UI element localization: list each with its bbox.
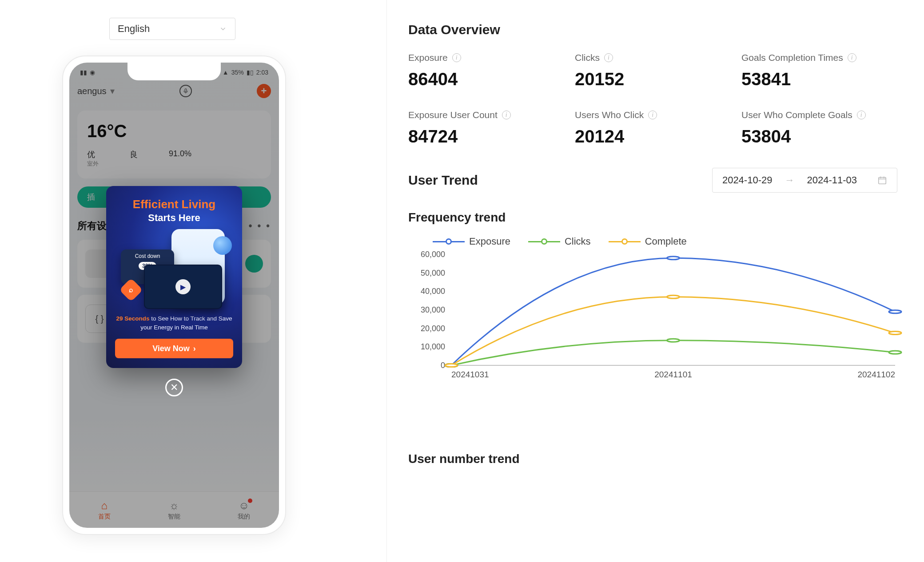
info-icon[interactable]: i — [604, 53, 613, 62]
svg-point-10 — [667, 295, 680, 298]
ytick: 60,000 — [410, 250, 445, 259]
info-icon[interactable]: i — [502, 111, 511, 119]
tile-label: Cost down — [124, 253, 171, 259]
language-select[interactable]: English — [109, 18, 235, 40]
arrow-right-icon: → — [785, 174, 794, 186]
date-end: 2024-11-03 — [807, 174, 857, 186]
battery-text: 35% — [231, 69, 244, 76]
legend-item-complete[interactable]: Complete — [609, 236, 687, 247]
chevron-right-icon: › — [193, 344, 196, 353]
metric-value: 53841 — [741, 69, 897, 89]
close-icon[interactable]: ✕ — [165, 379, 183, 396]
metric-value: 20124 — [575, 127, 731, 146]
banner-cta-button[interactable]: View Now › — [115, 339, 233, 358]
section-title-user-number: User number trend — [408, 452, 897, 466]
svg-point-7 — [667, 339, 680, 342]
metric-label: Exposure — [408, 52, 448, 63]
wifi-icon: ◉ — [90, 69, 95, 76]
calendar-icon — [877, 175, 887, 185]
banner-title-1: Efficient Living — [115, 198, 233, 211]
metric-value: 20152 — [575, 69, 731, 89]
banner-subtitle: 29 Seconds to See How to Track and Save … — [115, 314, 233, 332]
cta-label: View Now — [152, 344, 190, 353]
frequency-chart: Exposure Clicks Complete 010,00020,00030… — [408, 235, 897, 381]
metric: Clicksi20152 — [575, 52, 731, 89]
metrics-grid: Exposurei86404Clicksi20152Goals Completi… — [408, 52, 897, 146]
chart-yaxis: 010,00020,00030,00040,00050,00060,000 — [412, 252, 448, 365]
info-icon[interactable]: i — [452, 53, 461, 62]
ytick: 10,000 — [410, 342, 445, 352]
metric-label: Goals Completion Times — [741, 52, 843, 63]
metric: Exposure User Counti84724 — [408, 110, 564, 146]
metric-label: Clicks — [575, 52, 600, 63]
bubble-icon — [213, 236, 232, 255]
promo-banner: Efficient Living Starts Here Cost down 3… — [106, 186, 242, 368]
chart-plotarea — [451, 254, 895, 365]
svg-point-5 — [889, 310, 901, 313]
svg-rect-1 — [879, 178, 886, 184]
date-range-picker[interactable]: 2024-10-29 → 2024-11-03 — [712, 168, 897, 193]
section-title-user-trend: User Trend — [408, 173, 478, 188]
metric-label: Users Who Click — [575, 110, 644, 120]
phone-preview: ▮▮ ◉ ▲ 35% ▮▯ 2:03 aengus ▾ — [62, 55, 286, 535]
xtick: 20241102 — [857, 370, 895, 380]
info-icon[interactable]: i — [648, 111, 657, 119]
search-shield-icon: ⌕ — [119, 278, 143, 302]
svg-point-11 — [889, 332, 901, 335]
banner-title-2: Starts Here — [115, 212, 233, 224]
clock-text: 2:03 — [256, 69, 268, 76]
info-icon[interactable]: i — [857, 111, 866, 119]
metric-value: 53804 — [741, 127, 897, 146]
legend-label: Complete — [645, 236, 687, 247]
metric-label: User Who Complete Goals — [741, 110, 852, 120]
signal-icon: ▮▮ — [80, 69, 87, 76]
legend-label: Exposure — [469, 236, 510, 247]
legend-item-exposure[interactable]: Exposure — [433, 236, 510, 247]
ytick: 50,000 — [410, 268, 445, 277]
svg-point-9 — [445, 364, 458, 367]
metric-value: 86404 — [408, 69, 564, 89]
battery-icon: ▮▯ — [247, 69, 254, 76]
banner-subtitle-bold: 29 Seconds — [116, 315, 149, 322]
metric: Goals Completion Timesi53841 — [741, 52, 897, 89]
metric: User Who Complete Goalsi53804 — [741, 110, 897, 146]
chart-xaxis: 202410312024110120241102 — [451, 367, 895, 380]
metric: Users Who Clicki20124 — [575, 110, 731, 146]
section-title-overview: Data Overview — [408, 22, 897, 37]
legend-label: Clicks — [565, 236, 591, 247]
metric: Exposurei86404 — [408, 52, 564, 89]
play-icon[interactable]: ▶ — [175, 279, 191, 294]
banner-subtitle-rest: to See How to Track and Save your Energy… — [140, 315, 232, 331]
banner-art: Cost down 30% ▶ ⌕ — [121, 232, 227, 307]
xtick: 20241101 — [654, 370, 692, 380]
legend-item-clicks[interactable]: Clicks — [528, 236, 591, 247]
chart-legend: Exposure Clicks Complete — [433, 236, 897, 247]
phone-notch — [127, 63, 221, 80]
xtick: 20241031 — [451, 370, 489, 380]
metric-label: Exposure User Count — [408, 110, 498, 120]
metric-value: 84724 — [408, 127, 564, 146]
ytick: 0 — [410, 361, 445, 370]
info-icon[interactable]: i — [848, 53, 856, 62]
ytick: 20,000 — [410, 324, 445, 333]
section-title-frequency: Frequency trend — [408, 210, 897, 225]
date-start: 2024-10-29 — [722, 174, 773, 186]
svg-point-8 — [889, 351, 901, 354]
chevron-down-icon — [219, 25, 227, 33]
ytick: 30,000 — [410, 305, 445, 315]
tablet-art: ▶ — [144, 265, 222, 309]
language-select-value: English — [118, 23, 150, 35]
svg-point-4 — [667, 257, 680, 260]
alert-icon: ▲ — [223, 69, 229, 76]
ytick: 40,000 — [410, 287, 445, 296]
